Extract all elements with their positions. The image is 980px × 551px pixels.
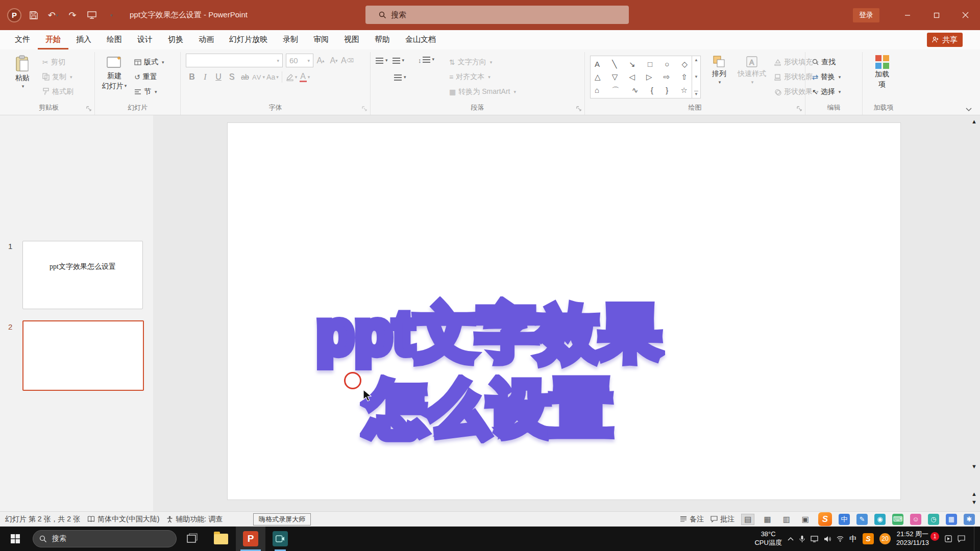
- slide-canvas[interactable]: ppt文字效果 ppt文字效果 ppt文字效果 怎么设置 怎么设置 怎么设置: [227, 122, 901, 500]
- italic-button[interactable]: I: [199, 70, 211, 84]
- redo-button[interactable]: ↷: [63, 6, 82, 24]
- ime-clock-icon[interactable]: ◷: [928, 514, 939, 525]
- accessibility-item[interactable]: 辅助功能: 调查: [166, 515, 223, 524]
- ime-mode-icon[interactable]: 中: [839, 514, 850, 525]
- paragraph-dialog-launcher[interactable]: [576, 106, 582, 112]
- sogou-tray-icon[interactable]: S: [863, 533, 874, 544]
- tab-wps-docs[interactable]: 金山文档: [398, 30, 444, 49]
- tab-design[interactable]: 设计: [130, 30, 160, 49]
- font-size-combo[interactable]: 60▾: [286, 54, 313, 67]
- find-button[interactable]: 查找: [811, 56, 842, 68]
- shapes-gallery[interactable]: A╲↘□○◇ △▽◁▷⇨⇧ ⌂⌒∿{}☆: [590, 56, 692, 98]
- share-button[interactable]: 共享: [927, 33, 963, 47]
- slideshow-view-button[interactable]: ▣: [799, 514, 812, 524]
- bullets-button[interactable]: ▾: [376, 58, 388, 64]
- underline-button[interactable]: U: [212, 70, 225, 84]
- notifications-tray-button[interactable]: [958, 535, 965, 542]
- text-direction-button[interactable]: ⇅文字方向▾: [448, 56, 518, 68]
- strikethrough-button[interactable]: ab: [239, 70, 251, 84]
- network-tray-button[interactable]: [837, 536, 844, 542]
- ime-pen-icon[interactable]: ✎: [856, 514, 868, 525]
- tab-draw[interactable]: 绘图: [99, 30, 130, 49]
- powerpoint-taskbar-button[interactable]: P: [236, 527, 265, 551]
- wordart-line-2[interactable]: 怎么设置 怎么设置 怎么设置: [366, 374, 613, 443]
- tab-view[interactable]: 视图: [336, 30, 367, 49]
- file-explorer-button[interactable]: [206, 527, 236, 551]
- format-painter-button[interactable]: 格式刷: [41, 85, 75, 98]
- shapes-scroll-up-icon[interactable]: ▲: [694, 58, 698, 62]
- tab-slideshow[interactable]: 幻灯片放映: [222, 30, 275, 49]
- convert-smartart-button[interactable]: ▦转换为 SmartArt▾: [448, 85, 518, 98]
- app-logo[interactable]: P: [5, 6, 23, 24]
- save-button[interactable]: [24, 6, 43, 24]
- media-play-tray-button[interactable]: [945, 535, 952, 542]
- align-text-button[interactable]: ≡对齐文本▾: [448, 70, 518, 83]
- clock-widget[interactable]: 21:52 周一 2023/11/13 1: [896, 530, 939, 547]
- wordart-line-1[interactable]: ppt文字效果 ppt文字效果 ppt文字效果: [317, 298, 662, 368]
- reset-button[interactable]: ↺重置: [133, 70, 166, 83]
- addins-button[interactable]: 加载 项: [868, 54, 896, 89]
- ime-emoji-icon[interactable]: ☺: [910, 514, 921, 525]
- tray-badge[interactable]: 20: [879, 533, 891, 544]
- character-spacing-button[interactable]: AV▾: [252, 70, 265, 84]
- shrink-font-button[interactable]: A▾: [328, 54, 340, 67]
- quick-styles-button[interactable]: A 快速样式 ▾: [738, 54, 766, 85]
- tab-help[interactable]: 帮助: [367, 30, 398, 49]
- display-tray-button[interactable]: [811, 536, 818, 542]
- ime-mic-icon[interactable]: ◉: [874, 514, 886, 525]
- tab-record[interactable]: 录制: [275, 30, 306, 49]
- notes-button[interactable]: 备注: [680, 515, 704, 524]
- ime-language-indicator[interactable]: 中: [849, 534, 857, 544]
- grow-font-button[interactable]: A▴: [314, 54, 327, 67]
- minimize-button[interactable]: [893, 0, 922, 30]
- login-button[interactable]: 登录: [853, 8, 879, 22]
- copy-button[interactable]: 复制▾: [41, 70, 75, 83]
- clear-formatting-button[interactable]: A⌫: [341, 54, 354, 67]
- recorder-app-icon[interactable]: S: [818, 512, 832, 526]
- ime-settings-icon[interactable]: ✱: [964, 514, 975, 525]
- scroll-up-icon[interactable]: ▲: [971, 118, 977, 124]
- start-button[interactable]: [0, 527, 31, 551]
- tab-animations[interactable]: 动画: [191, 30, 222, 49]
- customize-quick-access-button[interactable]: ▾: [102, 6, 120, 24]
- font-dialog-launcher[interactable]: [362, 106, 368, 112]
- normal-view-button[interactable]: ▤: [741, 514, 754, 525]
- tab-transitions[interactable]: 切换: [160, 30, 191, 49]
- ime-grid-icon[interactable]: ▦: [946, 514, 957, 525]
- layout-button[interactable]: 版式▾: [133, 56, 166, 68]
- tab-home[interactable]: 开始: [38, 30, 68, 49]
- ime-keyboard-icon[interactable]: ⌨: [892, 514, 903, 525]
- text-shadow-button[interactable]: S: [226, 70, 238, 84]
- search-box[interactable]: 搜索: [365, 6, 629, 24]
- section-button[interactable]: 节▾: [133, 85, 166, 98]
- cpu-temperature-widget[interactable]: 38°C CPU温度: [754, 530, 781, 547]
- new-slide-button[interactable]: 新建 幻灯片▾: [100, 54, 129, 90]
- clipboard-dialog-launcher[interactable]: [86, 106, 92, 112]
- replace-button[interactable]: ⇄替换▾: [811, 70, 842, 83]
- start-slideshow-button[interactable]: [83, 6, 101, 24]
- slide-indicator[interactable]: 幻灯片 第 2 张，共 2 张: [5, 515, 80, 524]
- bold-button[interactable]: B: [186, 70, 198, 84]
- maximize-button[interactable]: [922, 0, 951, 30]
- spellcheck-language-item[interactable]: 简体中文(中国大陆): [87, 515, 159, 524]
- collapse-ribbon-button[interactable]: [966, 108, 972, 112]
- cut-button[interactable]: ✂剪切: [41, 56, 75, 68]
- font-name-combo[interactable]: ▾: [186, 54, 283, 67]
- taskbar-search-box[interactable]: 搜索: [33, 530, 177, 547]
- undo-button[interactable]: ↶▾: [44, 6, 62, 24]
- tab-insert[interactable]: 插入: [68, 30, 99, 49]
- tab-review[interactable]: 审阅: [306, 30, 336, 49]
- recorder-taskbar-button[interactable]: [265, 527, 295, 551]
- columns-button[interactable]: ▾: [394, 74, 406, 81]
- font-color-button[interactable]: A ▾: [299, 70, 311, 84]
- highlight-color-button[interactable]: ▾: [285, 70, 298, 84]
- task-view-button[interactable]: [177, 527, 206, 551]
- show-desktop-button[interactable]: [974, 527, 978, 551]
- previous-slide-icon[interactable]: ▲: [971, 491, 977, 497]
- slide-sorter-view-button[interactable]: ▦: [761, 514, 773, 524]
- slide-thumbnail-1[interactable]: ppt文字效果怎么设置: [22, 241, 143, 309]
- comments-button[interactable]: 批注: [710, 515, 734, 524]
- tray-expand-button[interactable]: [788, 537, 794, 541]
- shapes-more-icon[interactable]: ▼: [694, 91, 698, 96]
- paste-button[interactable]: 粘贴 ▾: [8, 54, 37, 89]
